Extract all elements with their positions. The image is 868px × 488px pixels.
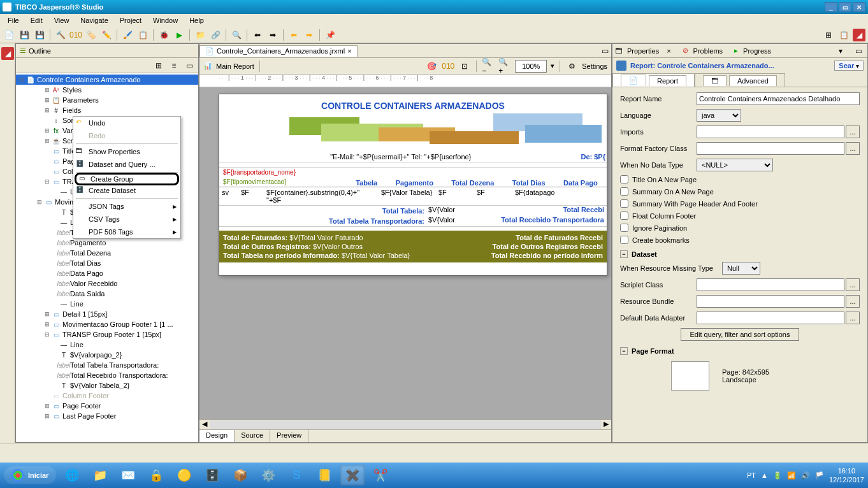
nav-fwd-icon[interactable]: ➡ — [303, 29, 315, 41]
tree-lpf[interactable]: Last Page Footer — [62, 412, 116, 420]
tree-tgf[interactable]: TRANSP Group Footer 1 [15px] — [62, 331, 161, 338]
task-cube[interactable]: 📦 — [228, 465, 252, 485]
input-ffc[interactable] — [697, 142, 844, 155]
menu-view[interactable]: View — [49, 15, 75, 25]
next-icon[interactable]: ➡ — [266, 29, 279, 41]
zoom-dropdown-icon[interactable]: ▾ — [551, 62, 554, 70]
copy-icon[interactable]: 📋 — [136, 29, 149, 41]
input-dda[interactable] — [697, 312, 844, 324]
zoom-in-icon[interactable]: 🔍+ — [498, 60, 511, 73]
menu-project[interactable]: Project — [115, 15, 147, 25]
task-snip[interactable]: ✂️ — [368, 465, 393, 485]
task-db[interactable]: 🗄️ — [200, 465, 224, 485]
nav-back-icon[interactable]: ⬅ — [287, 29, 300, 41]
tab-progress[interactable]: Progress — [743, 47, 771, 55]
link-icon[interactable]: 🔗 — [209, 29, 222, 41]
run-icon[interactable]: ▶ — [173, 29, 185, 41]
outline-mode2-icon[interactable]: ≡ — [168, 59, 180, 72]
task-notes[interactable]: 📒 — [312, 465, 336, 485]
pin-icon[interactable]: 📌 — [324, 29, 336, 41]
report-dep[interactable]: $P{ — [594, 153, 605, 161]
task-ie[interactable]: 🌐 — [60, 465, 84, 485]
btn-bundle[interactable]: ... — [846, 295, 860, 308]
outline-minimize-icon[interactable]: ▭ — [183, 59, 196, 72]
ctx-create-group[interactable]: ▭Create Group — [75, 173, 179, 185]
select-wndt[interactable]: <NULL> — [697, 159, 773, 171]
tray-flag-icon[interactable]: 🏳️ — [815, 471, 824, 480]
props-menu-icon[interactable]: ▾ — [834, 45, 847, 57]
tray-icon[interactable]: ▲ — [761, 471, 768, 479]
ctx-show-properties[interactable]: 🗔Show Properties — [73, 145, 180, 158]
new-folder-icon[interactable]: 📁 — [194, 29, 206, 41]
cb-float-col-footer[interactable] — [620, 212, 628, 220]
cb-title-new-page[interactable] — [620, 175, 628, 183]
zoom-out-icon[interactable]: 🔍− — [482, 60, 495, 73]
tab-design[interactable]: Design — [199, 430, 235, 442]
task-app1[interactable]: 🔒 — [144, 465, 168, 485]
prev-icon[interactable]: ⬅ — [251, 29, 264, 41]
btn-ffc[interactable]: ... — [846, 142, 860, 155]
select-wrmt[interactable]: Null — [722, 262, 760, 275]
cb-summary-header-footer[interactable] — [620, 199, 628, 208]
build-icon[interactable]: 🔨 — [54, 29, 67, 41]
tree-td[interactable]: Total Dezena — [70, 249, 111, 257]
tree-trt[interactable]: Total Recebido Transportadora: — [70, 371, 168, 379]
collapse-icon[interactable]: − — [620, 250, 628, 258]
tree-root[interactable]: Controle Containers Armazenado — [37, 76, 141, 83]
menu-help[interactable]: Help — [184, 15, 209, 25]
debug-icon[interactable]: 🐞 — [157, 29, 170, 41]
tree-mgf[interactable]: Movimentacao Group Footer 1 [1 ... — [62, 320, 173, 328]
edit-icon[interactable]: ✏️ — [100, 29, 113, 41]
ctx-create-dataset[interactable]: 🗄️Create Dataset — [73, 184, 180, 197]
tray-network-icon[interactable]: 📶 — [787, 471, 796, 480]
task-gear[interactable]: ⚙️ — [256, 465, 280, 485]
menu-edit[interactable]: Edit — [25, 15, 48, 25]
tree-ds[interactable]: Data Saida — [70, 290, 105, 298]
main-report-label[interactable]: Main Report — [216, 62, 254, 70]
input-scriptlet[interactable] — [697, 278, 844, 291]
props-min-icon[interactable]: ▭ — [852, 45, 865, 57]
tag-icon[interactable]: 🏷️ — [85, 29, 98, 41]
tab-preview[interactable]: Preview — [270, 430, 308, 442]
cb-ignore-pagination[interactable] — [620, 224, 628, 232]
outline-tab[interactable]: ☰ Outline — [16, 44, 198, 58]
tray-volume-icon[interactable]: 🔊 — [801, 471, 810, 480]
props-search-button[interactable]: Sear ▾ — [834, 61, 864, 71]
task-skype[interactable]: S — [284, 465, 308, 485]
tab-properties[interactable]: Properties — [627, 47, 659, 55]
ctx-dataset-query[interactable]: 🗄️Dataset and Query ... — [73, 158, 180, 171]
gear-icon[interactable]: ⚙ — [565, 60, 578, 73]
editor-tab[interactable]: 📄 Controle_Containers_Armazenados.jrxml … — [199, 45, 358, 57]
hscroll-right-icon[interactable]: ▶ — [601, 420, 611, 429]
tree-colfooter[interactable]: Column Footer — [62, 392, 109, 399]
menu-window[interactable]: Window — [148, 15, 183, 25]
design-canvas[interactable]: CONTROLE CONTAINERS ARMAZENADOS "E-Mail:… — [199, 87, 611, 419]
report-summary[interactable]: Total de Faturados: $V{Total Valor Fatur… — [219, 231, 607, 262]
minimize-button[interactable]: _ — [825, 2, 837, 12]
ed-pick-icon[interactable]: 🎯 — [425, 60, 438, 73]
save-icon[interactable]: 💾 — [18, 29, 31, 41]
tree-styles[interactable]: Styles — [62, 86, 82, 94]
perspective-icon[interactable]: ◢ — [1, 47, 14, 60]
collapse-icon[interactable]: − — [620, 347, 628, 355]
tree-dp[interactable]: Data Pago — [70, 269, 103, 277]
tree-detail[interactable]: Detail 1 [15px] — [62, 310, 107, 318]
tree-pag[interactable]: Pagamento — [70, 239, 106, 247]
btn-dda[interactable]: ... — [846, 312, 860, 324]
ctx-undo[interactable]: ↶Undo — [73, 117, 180, 129]
start-button[interactable]: Iniciar — [4, 466, 56, 484]
input-imports[interactable] — [697, 126, 844, 138]
tree-vt[interactable]: $V{Valor Tabela_2} — [70, 382, 129, 389]
cb-create-bookmarks[interactable] — [620, 236, 628, 244]
btn-imports[interactable]: ... — [846, 126, 860, 138]
tab-close-icon[interactable]: × — [347, 47, 351, 55]
report-page[interactable]: CONTROLE CONTAINERS ARMAZENADOS "E-Mail:… — [219, 94, 607, 276]
tree-pf[interactable]: Page Footer — [62, 402, 101, 410]
ctx-csv-tags[interactable]: CSV Tags▶ — [73, 213, 180, 226]
report-tipo[interactable]: $F{tipomovimentacao} — [219, 177, 347, 187]
tree-line2[interactable]: Line — [70, 300, 83, 308]
tree-vp[interactable]: $V{valorpago_2} — [70, 351, 122, 359]
input-bundle[interactable] — [697, 295, 844, 308]
subtab-report[interactable]: 📄Report — [612, 73, 695, 87]
btn-edit-query[interactable]: Edit query, filter and sort options — [681, 328, 800, 341]
